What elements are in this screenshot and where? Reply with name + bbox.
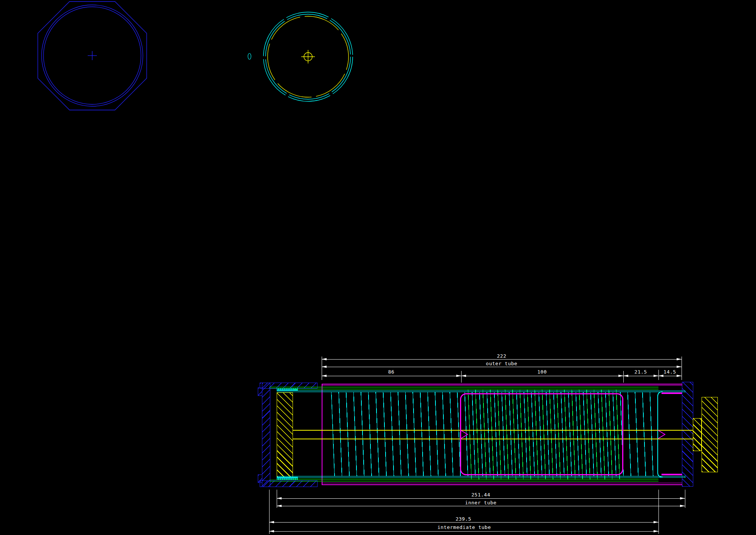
dim-label-86: 86 bbox=[388, 369, 395, 374]
dim-arrow bbox=[623, 375, 628, 377]
dim-label-outer-tube: outer tube bbox=[486, 361, 517, 366]
inner-tube-wall-top-1 bbox=[277, 391, 685, 391]
intermediate-tube-wall-6 bbox=[270, 481, 658, 482]
dim-arrow bbox=[677, 358, 682, 360]
dim-label-251-44: 251.44 bbox=[471, 492, 490, 497]
outer-tube-left-end bbox=[322, 384, 322, 485]
dim-arrow bbox=[654, 375, 658, 377]
left-end-cap-tab-bottom bbox=[258, 475, 262, 483]
dim-label-inner-tube: inner tube bbox=[465, 500, 496, 505]
dim-arrow bbox=[269, 530, 274, 532]
dim-arrow bbox=[618, 375, 623, 377]
extension-line bbox=[269, 490, 270, 534]
dim-arrow bbox=[456, 375, 461, 377]
dimension-line-inner-tube bbox=[277, 506, 685, 506]
rod-boss-block bbox=[693, 418, 702, 451]
dim-label-100: 100 bbox=[538, 369, 547, 374]
extension-line bbox=[658, 490, 659, 534]
dim-arrow bbox=[658, 375, 663, 377]
liner-outline bbox=[460, 393, 623, 475]
extension-line bbox=[685, 490, 685, 508]
extension-line bbox=[682, 357, 682, 380]
dim-arrow bbox=[677, 366, 682, 368]
left-end-cap-web bbox=[262, 383, 270, 487]
seal-bar-bottom bbox=[662, 474, 682, 475]
dim-arrow bbox=[654, 521, 658, 523]
inner-tube-wall-bottom-2 bbox=[277, 477, 685, 478]
dim-arrow bbox=[680, 497, 685, 499]
dimension-line-222 bbox=[322, 359, 682, 360]
dim-arrow bbox=[461, 375, 466, 377]
outer-tube-wall-top-inner bbox=[322, 385, 682, 386]
dim-arrow bbox=[269, 521, 274, 523]
dim-label-222: 222 bbox=[497, 354, 507, 358]
intermediate-tube-wall-5 bbox=[270, 480, 658, 480]
tube-assembly-section-view[interactable]: 222 outer tube 86 100 21.5 14.5 251.44 i… bbox=[0, 0, 756, 535]
dimension-line-251 bbox=[277, 498, 685, 499]
intermediate-tube-wall-1 bbox=[270, 387, 658, 387]
dim-arrow bbox=[680, 505, 685, 507]
dim-label-21-5: 21.5 bbox=[634, 369, 647, 374]
inner-tube-right-cap-bottom bbox=[685, 476, 685, 478]
dim-arrow bbox=[277, 505, 282, 507]
outer-tube-wall-bottom-inner bbox=[322, 483, 682, 483]
rod-mount-block bbox=[702, 397, 718, 472]
dimension-line-239 bbox=[269, 522, 658, 523]
intermediate-tube-wall-2 bbox=[270, 388, 658, 388]
flow-arrow-icon bbox=[658, 430, 666, 439]
cad-drawing-canvas: 222 outer tube 86 100 21.5 14.5 251.44 i… bbox=[0, 0, 756, 535]
dim-arrow bbox=[322, 366, 327, 368]
dim-label-intermediate-tube: intermediate tube bbox=[437, 525, 491, 530]
inner-tube-right-cap-top bbox=[685, 391, 685, 392]
outer-tube-wall-top-outer bbox=[322, 384, 682, 385]
seal-bar-top bbox=[662, 392, 682, 394]
dim-arrow bbox=[322, 375, 327, 377]
piston-plate bbox=[277, 392, 293, 477]
dim-arrow bbox=[677, 375, 682, 377]
left-end-cap-tab-top bbox=[258, 388, 262, 396]
dim-arrow bbox=[654, 530, 658, 532]
dim-arrow bbox=[277, 497, 282, 499]
intermediate-tube-wall-4 bbox=[293, 479, 658, 479]
intermediate-tube-wall-3 bbox=[293, 389, 658, 390]
right-end-plate bbox=[682, 382, 693, 487]
dim-label-14-5: 14.5 bbox=[663, 369, 676, 374]
dimension-line-intermediate-tube bbox=[269, 531, 658, 532]
inner-tube-wall-bottom-1 bbox=[277, 476, 685, 476]
outer-tube-wall-bottom-outer bbox=[322, 484, 682, 485]
dim-arrow bbox=[322, 358, 327, 360]
dim-label-239-5: 239.5 bbox=[455, 516, 471, 521]
dimension-line-outer-tube bbox=[322, 367, 682, 367]
inner-tube-wall-top-2 bbox=[277, 392, 685, 392]
flow-arrow-icon bbox=[460, 430, 469, 439]
